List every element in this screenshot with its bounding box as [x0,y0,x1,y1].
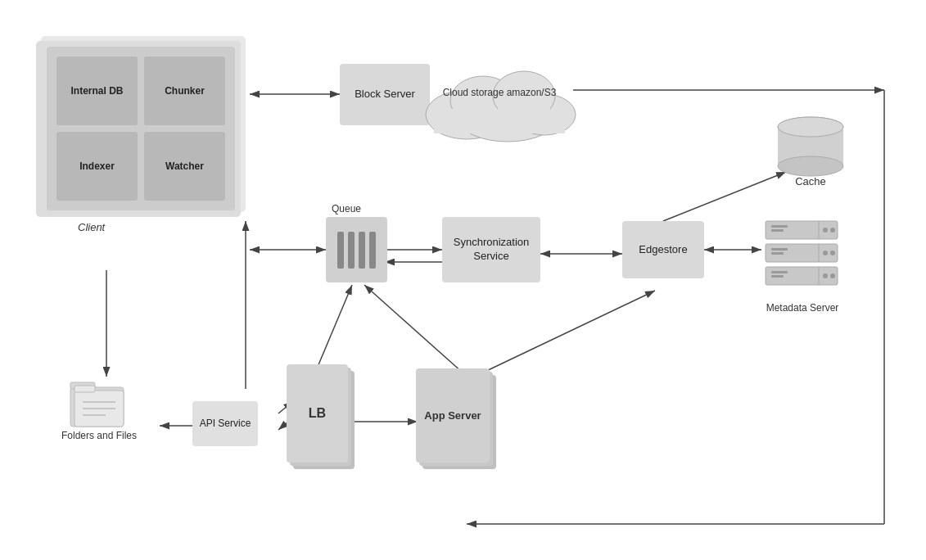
svg-line-18 [315,285,352,373]
edgestore-box: Edgestore [622,221,704,278]
internal-db-box: Internal DB [56,56,138,125]
queue-bar-2 [348,232,355,269]
metadata-server: Metadata Server [761,217,843,314]
metadata-server-label: Metadata Server [761,302,843,314]
client-group: Internal DB Chunker Indexer Watcher [47,47,235,210]
svg-point-35 [830,228,835,233]
indexer-box: Indexer [56,132,138,201]
svg-point-34 [823,228,828,233]
client-label: Client [78,221,105,233]
chunker-box: Chunker [144,56,225,125]
queue-bar-4 [369,232,376,269]
svg-rect-42 [771,248,788,251]
queue-bar-3 [359,232,365,269]
svg-rect-49 [771,275,784,278]
svg-line-12 [663,172,786,221]
svg-point-41 [830,251,835,255]
svg-point-46 [823,273,828,278]
svg-rect-53 [75,386,95,392]
folders-files: Folders and Files [61,373,137,441]
folders-files-label: Folders and Files [61,430,137,441]
svg-rect-43 [771,252,784,255]
lb-page-front: LB [287,364,348,463]
architecture-diagram: Internal DB Chunker Indexer Watcher Clie… [0,0,926,560]
cloud-storage: Cloud storage amazon/S3 [418,53,581,147]
cache-cylinder: Cache [770,115,851,187]
svg-point-30 [778,156,843,176]
queue-label: Queue [332,203,361,215]
svg-point-31 [778,117,843,137]
queue-bars [337,232,376,269]
svg-line-21 [483,291,655,373]
block-server-box: Block Server [340,64,430,125]
svg-point-40 [823,251,828,255]
sync-service-box: Synchronization Service [442,217,540,282]
app-page-front: App Server [416,368,490,463]
svg-line-20 [364,285,463,373]
queue-bar-1 [337,232,344,269]
svg-rect-27 [434,109,565,133]
svg-rect-36 [771,225,788,228]
queue-box [326,217,387,282]
svg-rect-37 [771,229,784,232]
watcher-box: Watcher [144,132,225,201]
cloud-storage-label: Cloud storage amazon/S3 [434,86,565,100]
svg-point-47 [830,273,835,278]
svg-rect-48 [771,271,788,273]
api-service-box: API Service [192,401,258,446]
